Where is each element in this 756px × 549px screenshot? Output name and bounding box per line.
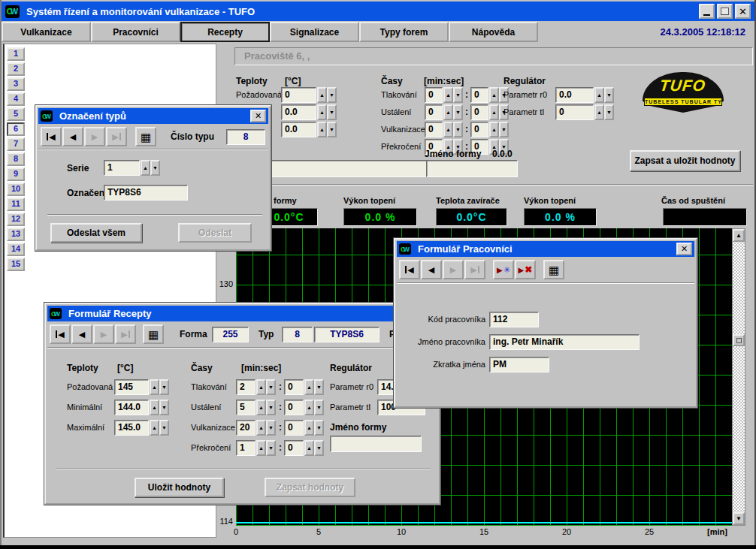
time-sec-field[interactable]: 0	[470, 122, 488, 137]
spin-down-button[interactable]: ▼	[327, 87, 337, 103]
menu-pracovnici[interactable]: Pracovníci	[91, 22, 180, 42]
spin-up-button[interactable]: ▲	[304, 379, 314, 395]
delete-record-button[interactable]: ▶✖	[515, 260, 536, 279]
temp-required-field[interactable]: 0	[281, 87, 316, 103]
spin-up-button[interactable]: ▲	[443, 104, 453, 120]
spin-down-button[interactable]: ▼	[314, 400, 324, 415]
marking-field[interactable]: TYP8S6	[104, 185, 188, 201]
spin-up-button[interactable]: ▲	[594, 87, 604, 103]
time-min-field[interactable]: 0	[425, 87, 443, 103]
workstation-button-5[interactable]: 5	[7, 107, 25, 121]
save-values-button[interactable]: Uložit hodnoty	[135, 478, 224, 497]
time-sec-field[interactable]: 0	[284, 440, 304, 456]
menu-recepty[interactable]: Recepty	[180, 22, 270, 42]
serie-field[interactable]: 1	[104, 160, 140, 176]
spin-down-button[interactable]: ▼	[453, 122, 463, 137]
menu-vulkanizace[interactable]: Vulkanizace	[2, 22, 91, 42]
workstation-button-11[interactable]: 11	[7, 198, 25, 211]
workstation-button-15[interactable]: 15	[7, 258, 25, 271]
nav-next-button[interactable]: ▶	[84, 127, 105, 146]
spin-up-button[interactable]: ▲	[150, 400, 159, 415]
workstation-button-4[interactable]: 4	[7, 92, 25, 106]
time-min-field[interactable]: 1	[236, 440, 256, 456]
nav-prev-button[interactable]: ◀	[62, 127, 83, 146]
time-sec-field[interactable]: 0	[284, 400, 304, 415]
temp-required-field[interactable]: 145	[114, 379, 149, 395]
nav-prev-button[interactable]: ◀	[71, 324, 92, 344]
spin-down-button[interactable]: ▼	[150, 160, 160, 176]
maximize-button[interactable]	[717, 4, 733, 19]
temp-max-field[interactable]: 145.0	[114, 420, 149, 436]
nav-first-button[interactable]: ◀	[41, 127, 62, 146]
spin-up-button[interactable]: ▲	[317, 122, 327, 137]
time-min-field[interactable]: 0	[425, 104, 443, 120]
temp-min-field[interactable]: 144.0	[114, 400, 149, 415]
spin-up-button[interactable]: ▲	[141, 160, 150, 176]
workstation-button-1[interactable]: 1	[7, 47, 25, 61]
spin-down-button[interactable]: ▼	[314, 420, 324, 436]
spin-down-button[interactable]: ▼	[604, 87, 614, 103]
spin-down-button[interactable]: ▼	[314, 440, 324, 456]
spin-down-button[interactable]: ▼	[453, 87, 463, 103]
workstation-button-12[interactable]: 12	[7, 213, 25, 226]
write-save-values-button[interactable]: Zapsat a uložit hodnoty	[630, 150, 740, 171]
workstation-button-10[interactable]: 10	[7, 182, 25, 196]
workstation-button-6[interactable]: 6	[7, 122, 25, 136]
spin-up-button[interactable]: ▲	[443, 87, 453, 103]
spin-down-button[interactable]: ▼	[159, 400, 169, 415]
spin-down-button[interactable]: ▼	[159, 379, 169, 395]
minimize-button[interactable]	[699, 4, 715, 19]
time-min-field[interactable]: 0	[425, 122, 443, 137]
menu-signalizace[interactable]: Signalizace	[270, 22, 359, 42]
time-min-field[interactable]: 2	[236, 379, 256, 395]
dialog-close-button[interactable]: ✕	[676, 243, 692, 255]
nav-last-button[interactable]: ▶	[464, 260, 485, 279]
mold-name-field[interactable]	[330, 436, 422, 452]
nav-next-button[interactable]: ▶	[93, 324, 114, 344]
time-min-field[interactable]: 20	[236, 420, 256, 436]
dialog-title-bar[interactable]: CW Označení typů ✕	[38, 108, 268, 124]
temp-min-field[interactable]: 0.0	[281, 104, 316, 120]
scroll-up-button[interactable]: ▲	[733, 229, 745, 242]
mold-name-field[interactable]	[426, 160, 518, 177]
insert-record-button[interactable]: ▶✳	[493, 260, 514, 279]
workstation-button-9[interactable]: 9	[7, 167, 25, 181]
spin-up-button[interactable]: ▲	[304, 400, 314, 415]
spin-down-button[interactable]: ▼	[499, 122, 509, 137]
spin-up-button[interactable]: ▲	[304, 440, 314, 456]
worker-code-field[interactable]: 112	[489, 312, 539, 327]
spin-down-button[interactable]: ▼	[266, 400, 276, 415]
spin-up-button[interactable]: ▲	[317, 87, 327, 103]
spin-up-button[interactable]: ▲	[443, 122, 453, 137]
workstation-button-7[interactable]: 7	[7, 137, 25, 151]
dialog-close-button[interactable]: ✕	[250, 110, 266, 122]
spin-up-button[interactable]: ▲	[489, 87, 499, 103]
time-sec-field[interactable]: 0	[284, 420, 304, 436]
spin-down-button[interactable]: ▼	[266, 440, 276, 456]
spin-up-button[interactable]: ▲	[256, 379, 266, 395]
workstation-button-13[interactable]: 13	[7, 228, 25, 241]
spin-up-button[interactable]: ▲	[150, 420, 159, 436]
time-min-field[interactable]: 5	[236, 400, 256, 415]
nav-last-button[interactable]: ▶	[106, 127, 127, 146]
nav-first-button[interactable]: ◀	[399, 260, 420, 279]
nav-first-button[interactable]: ◀	[50, 324, 71, 344]
spin-up-button[interactable]: ▲	[317, 104, 327, 120]
spin-down-button[interactable]: ▼	[327, 122, 337, 137]
worker-name-field[interactable]: ing. Petr Minařík	[489, 334, 640, 350]
workstation-button-14[interactable]: 14	[7, 243, 25, 256]
time-sec-field[interactable]: 0	[470, 104, 488, 120]
chart-scrollbar[interactable]: ▲ ▼	[732, 228, 745, 526]
spin-up-button[interactable]: ▲	[489, 122, 499, 137]
regulator-ti-field[interactable]: 0	[555, 104, 594, 120]
nav-last-button[interactable]: ▶	[115, 324, 136, 344]
spin-up-button[interactable]: ▲	[594, 104, 604, 120]
regulator-r0-field[interactable]: 0.0	[555, 87, 594, 103]
workstation-button-8[interactable]: 8	[7, 152, 25, 166]
spin-down-button[interactable]: ▼	[266, 379, 276, 395]
table-view-button[interactable]: ▦	[143, 324, 164, 344]
spin-up-button[interactable]: ▲	[256, 440, 266, 456]
spin-down-button[interactable]: ▼	[266, 420, 276, 436]
scroll-down-button[interactable]: ▼	[733, 512, 745, 525]
spin-up-button[interactable]: ▲	[256, 420, 266, 436]
